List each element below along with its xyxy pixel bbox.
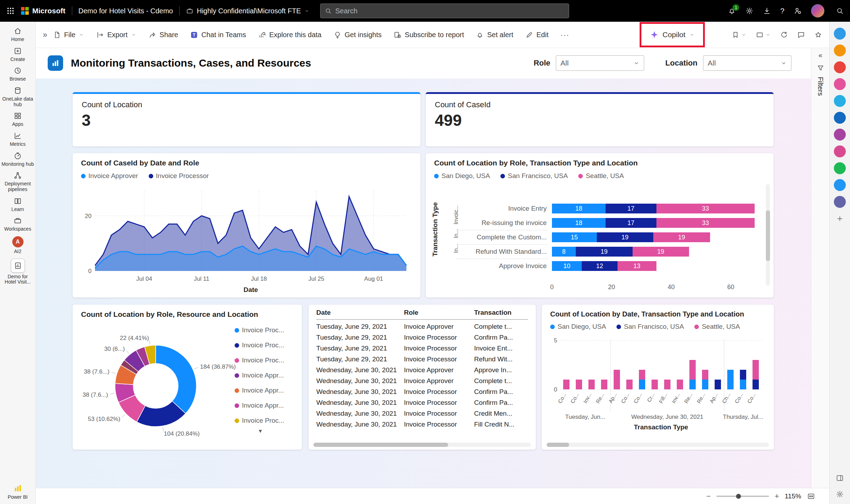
fit-to-page-icon[interactable] [807,492,815,500]
column-bar-segment[interactable] [677,380,683,389]
column-bar-segment[interactable] [702,370,708,380]
zoom-slider-thumb[interactable] [736,494,741,499]
microsoft-logo[interactable]: Microsoft [21,7,66,15]
table-row[interactable]: Wednesday, June 30, 2021Invoice Processo… [316,386,528,397]
scrollbar-thumb[interactable] [547,443,569,447]
table-row[interactable]: Wednesday, June 30, 2021Invoice Processo… [316,408,528,419]
sidebar-item-create[interactable]: Create [0,47,35,62]
toolbar-set-alert-button[interactable]: Set alert [476,31,513,39]
shopping-app-icon[interactable] [834,45,846,56]
toolbar-chat-in-teams-button[interactable]: TChat in Teams [190,31,246,39]
sidebar-item-demo-for-hotel-visit[interactable]: Demo for Hotel Visit... [0,259,35,285]
people-app-icon[interactable] [834,78,846,90]
download-button[interactable] [763,7,771,15]
zoom-slider[interactable] [716,496,769,497]
column-bar-segment[interactable] [753,360,759,380]
toolbar-get-insights-button[interactable]: Get insights [333,31,382,39]
column-bar-segment[interactable] [740,370,746,380]
column-bar-segment[interactable] [601,380,607,389]
legend-item[interactable]: Invoice Approver [81,172,138,180]
column-bar-segment[interactable] [740,380,746,389]
legend-item[interactable]: Invoice Appr... [235,402,284,409]
column-bar-segment[interactable] [626,380,633,389]
column-bar-segment[interactable] [715,380,721,389]
legend-item[interactable]: Invoice Proc... [235,356,284,364]
sidebar-item-metrics[interactable]: Metrics [0,131,35,147]
legend-item[interactable]: San Diego, USA [550,323,606,331]
column-chart[interactable]: 50Co...Co...Inv...Re...Ap...Co...Co...Cr… [547,337,780,482]
bar-segment[interactable]: 19 [597,232,654,242]
bar-segment[interactable]: 15 [552,232,597,242]
column-header[interactable]: Date [316,309,404,316]
column-bar-segment[interactable] [639,380,645,389]
legend-item[interactable]: Invoice Proc... [235,326,284,334]
column-bar-segment[interactable] [689,360,696,380]
comments-button[interactable] [797,31,805,39]
column-bar-segment[interactable] [727,370,734,389]
table-row[interactable]: Tuesday, June 29, 2021Invoice ApproverCo… [316,321,528,332]
refresh-button[interactable] [780,31,788,39]
sidebar-item-monitoring-hub[interactable]: Monitoring hub [0,151,35,167]
bookmarks-button[interactable] [731,31,747,39]
sidebar-item-home[interactable]: Home [0,27,35,42]
column-bar-segment[interactable] [614,370,620,389]
sidebar-item-learn[interactable]: Learn [0,197,35,212]
column-bar-segment[interactable] [588,380,595,389]
bar-segment[interactable]: 8 [552,247,576,257]
legend-item[interactable]: Invoice Appr... [235,387,284,394]
bar-segment[interactable]: 13 [618,261,656,271]
column-bar-segment[interactable] [689,380,696,389]
role-filter-dropdown[interactable]: All [556,55,644,71]
filter-icon[interactable] [817,64,824,72]
onenote-app-icon[interactable] [834,129,846,141]
add-app-icon[interactable] [834,213,846,225]
help-button[interactable]: ? [780,7,784,15]
bing-app-icon[interactable] [834,28,846,40]
column-bar-segment[interactable] [664,380,670,389]
favorite-button[interactable] [814,31,822,39]
toolbar-subscribe-to-report-button[interactable]: Subscribe to report [393,31,464,39]
donut-slice[interactable] [156,345,196,414]
spotify-app-icon[interactable] [834,162,846,174]
layout-icon[interactable] [836,474,844,482]
sidebar-item-apps[interactable]: Apps [0,111,35,127]
column-header[interactable]: Transaction [474,309,528,316]
toolbar-share-button[interactable]: Share [148,31,178,39]
edge-search-button[interactable] [829,0,850,22]
sidebar-item-ai2[interactable]: AAI2 [0,236,35,254]
expand-nav-button[interactable]: » [43,30,47,40]
legend-item[interactable]: Invoice Processor [149,172,209,180]
table-row[interactable]: Wednesday, June 30, 2021Invoice Processo… [316,397,528,408]
teams-app-icon[interactable] [834,196,846,208]
column-bar-segment[interactable] [652,380,658,389]
sidebar-item-deployment-pipelines[interactable]: Deployment pipelines [0,171,35,192]
column-bar-segment[interactable] [639,370,645,380]
bar-segment[interactable]: 17 [606,204,656,213]
settings-button[interactable] [745,7,754,15]
toolbar-export-button[interactable]: Export [96,31,136,39]
scrollbar-thumb[interactable] [766,210,770,261]
bar-segment[interactable]: 12 [582,261,618,271]
expand-filters-button[interactable]: « [818,51,822,59]
table-row[interactable]: Tuesday, June 29, 2021Invoice ProcessorC… [316,332,528,343]
view-button[interactable] [756,31,771,39]
zoom-out-button[interactable]: − [706,492,711,501]
notifications-button[interactable]: 1 [728,7,736,15]
scrollbar-thumb[interactable] [313,443,448,447]
vertical-scrollbar[interactable] [766,184,770,286]
bar-segment[interactable]: 17 [606,218,656,228]
table-row[interactable]: Wednesday, June 30, 2021Invoice Approver… [316,375,528,386]
sidebar-item-workspaces[interactable]: Workspaces [0,216,35,232]
table-row[interactable]: Tuesday, June 29, 2021Invoice ProcessorR… [316,354,528,365]
toolbar-file-button[interactable]: File [53,31,84,39]
bar-segment[interactable]: 19 [653,232,710,242]
messenger-app-icon[interactable] [834,179,846,191]
legend-item[interactable]: Invoice Proc... [235,417,284,424]
sensitivity-label-button[interactable]: Highly Confidential\Microsoft FTE [186,7,310,15]
column-bar-segment[interactable] [702,380,708,389]
bar-segment[interactable]: 33 [656,204,755,213]
legend-item[interactable]: Seattle, USA [694,323,740,331]
column-bar-segment[interactable] [753,380,759,389]
horizontal-scrollbar[interactable] [547,443,769,447]
sidebar-item-browse[interactable]: Browse [0,66,35,82]
